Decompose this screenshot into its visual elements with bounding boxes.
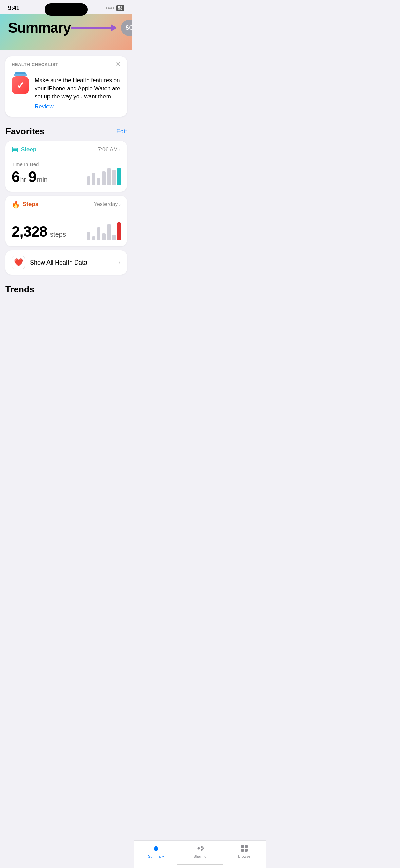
checklist-header: HEALTH CHECKLIST ✕ [5, 56, 127, 71]
sleep-label-text: Sleep [21, 146, 36, 153]
steps-metric: 2,328 steps [12, 216, 66, 240]
sleep-chart [87, 166, 121, 185]
steps-metric-value: 2,328 steps [12, 223, 66, 240]
sleep-metric-value: 6 hr 9 min [12, 168, 48, 185]
header-row: Summary SG [8, 14, 124, 39]
avatar[interactable]: SG [121, 20, 132, 36]
sleep-metric: Time In Bed 6 hr 9 min [12, 161, 48, 185]
purple-arrow [71, 24, 117, 31]
sleep-label: 🛏 Sleep [12, 146, 36, 153]
close-button[interactable]: ✕ [116, 61, 121, 67]
steps-label-text: Steps [23, 201, 38, 208]
sleep-hours-unit: hr [20, 176, 26, 184]
header-area: Summary SG [0, 14, 132, 50]
checklist-section-title: HEALTH CHECKLIST [12, 62, 58, 67]
sleep-card[interactable]: 🛏 Sleep 7:06 AM › Time In Bed 6 hr 9 min [5, 141, 127, 192]
favorites-header: Favorites Edit [5, 126, 127, 137]
steps-card[interactable]: 🔥 Steps Yesterday › 2,328 steps [5, 196, 127, 246]
checklist-icon: ✓ [12, 76, 29, 94]
steps-time-value: Yesterday [94, 201, 118, 207]
sleep-hours: 6 [12, 168, 19, 185]
dynamic-island [45, 3, 88, 16]
heart-icon: ❤️ [12, 256, 25, 269]
page-title: Summary [8, 20, 71, 36]
health-checklist-card: HEALTH CHECKLIST ✕ ✓ Make sure the Healt… [5, 56, 127, 117]
all-data-chevron: › [119, 259, 121, 266]
sleep-card-body: Time In Bed 6 hr 9 min [5, 157, 127, 192]
sleep-minutes-unit: min [37, 176, 48, 184]
header-right: SG [71, 20, 132, 36]
sleep-chevron: › [119, 147, 121, 152]
battery-badge: 53 [116, 5, 124, 11]
steps-chart [87, 221, 121, 240]
arrow-line [71, 27, 111, 29]
status-bar: 9:41 53 [0, 0, 132, 14]
sleep-metric-label: Time In Bed [12, 161, 48, 167]
trends-section: Trends [5, 284, 127, 295]
sleep-card-header: 🛏 Sleep 7:06 AM › [5, 141, 127, 157]
sleep-time: 7:06 AM › [98, 147, 121, 153]
sleep-icon: 🛏 [12, 146, 18, 153]
sleep-minutes: 9 [28, 168, 36, 185]
arrow-head [111, 24, 117, 31]
fire-icon: 🔥 [12, 200, 20, 209]
status-time: 9:41 [8, 5, 19, 12]
review-link[interactable]: Review [35, 103, 54, 110]
signal-dots [106, 7, 114, 9]
checklist-text: Make sure the Health features on your iP… [35, 76, 121, 110]
steps-unit: steps [50, 231, 66, 238]
status-right: 53 [106, 5, 124, 11]
main-content: HEALTH CHECKLIST ✕ ✓ Make sure the Healt… [0, 50, 132, 329]
steps-value: 2,328 [12, 223, 47, 240]
steps-chevron: › [119, 202, 121, 207]
sleep-time-value: 7:06 AM [98, 147, 118, 153]
checklist-description: Make sure the Health features on your iP… [35, 76, 121, 101]
steps-time: Yesterday › [94, 201, 121, 207]
trends-title: Trends [5, 284, 34, 294]
checkmark-icon: ✓ [17, 80, 24, 91]
all-data-row: ❤️ Show All Health Data › [5, 250, 127, 275]
edit-button[interactable]: Edit [116, 128, 127, 135]
all-data-label: Show All Health Data [30, 259, 114, 266]
steps-label: 🔥 Steps [12, 200, 38, 209]
steps-card-header: 🔥 Steps Yesterday › [5, 196, 127, 212]
checklist-body: ✓ Make sure the Health features on your … [5, 71, 127, 117]
show-all-health-card[interactable]: ❤️ Show All Health Data › [5, 250, 127, 275]
favorites-title: Favorites [5, 126, 45, 137]
steps-card-body: 2,328 steps [5, 212, 127, 246]
